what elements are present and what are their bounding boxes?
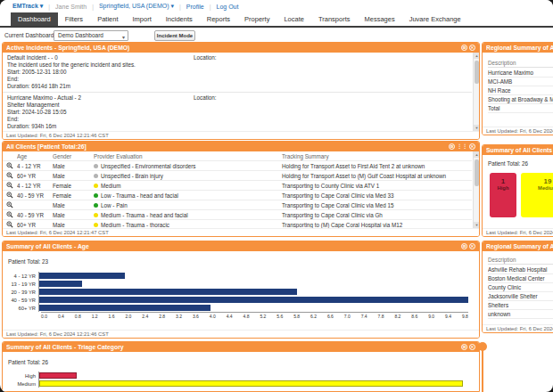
zoom-detail-icon[interactable] bbox=[3, 220, 17, 228]
tab-import[interactable]: Import bbox=[125, 12, 158, 26]
panel-regional-summary-bottom: Regional Summary of All Clients Descript… bbox=[482, 241, 553, 333]
regional-top-rows: Hurricane MaximoMCI-AMBNH RaceShooting a… bbox=[488, 69, 553, 127]
age-chart-bars: 4 - 12 YR13 - 19 YR20 - 39 YR40 - 59 YR6… bbox=[6, 272, 468, 312]
triage-card-list: 1High19Medium bbox=[490, 173, 553, 217]
panel-title: Active Incidents - Springfield, USA (DEM… bbox=[6, 43, 129, 53]
triage-bar-track bbox=[38, 380, 474, 388]
settings-icon[interactable]: ⚙ bbox=[461, 344, 467, 350]
table-row: unknown bbox=[488, 310, 553, 319]
nav-tabs: DashboardFiltersPatientImportIncidentsRe… bbox=[11, 12, 468, 26]
triage-bar bbox=[39, 372, 77, 379]
tab-patient[interactable]: Patient bbox=[90, 12, 125, 26]
tab-dashboard[interactable]: Dashboard bbox=[11, 12, 58, 26]
settings-icon[interactable]: ⚙ bbox=[461, 243, 467, 249]
client-provider-evaluation: Low - Trauma - head and facial bbox=[94, 191, 275, 200]
client-gender: Male bbox=[53, 210, 94, 219]
close-icon[interactable]: ✕ bbox=[469, 143, 475, 150]
incident-line: Duration: 6914d 18h 21m bbox=[7, 83, 190, 90]
incident-line: Shelter Management bbox=[7, 102, 190, 109]
scrollbar[interactable]: ▲ ▼ bbox=[473, 53, 479, 131]
col-tracking-summary: Tracking Summary bbox=[275, 151, 472, 160]
tab-reports[interactable]: Reports bbox=[200, 12, 237, 26]
brand-menu[interactable]: EMTrack ▾ bbox=[12, 3, 43, 10]
scroll-up-icon[interactable]: ▲ bbox=[474, 53, 480, 59]
triage-category-label: Medium bbox=[6, 381, 38, 387]
incident-line: The incident used for the generic incide… bbox=[7, 61, 190, 69]
table-row: 4 - 12 YRFemaleMediumTransporting to Cou… bbox=[3, 181, 472, 191]
age-category-label: 40 - 59 YR bbox=[6, 298, 38, 303]
last-updated: Last Updated: Fri, 6 Dec 2024 12:21:46 C… bbox=[3, 330, 479, 338]
top-bar: EMTrack ▾ | Jane Smith | Springfield, US… bbox=[0, 0, 553, 12]
tab-filters[interactable]: Filters bbox=[58, 12, 90, 26]
triage-chart-bars: HighMedium bbox=[6, 372, 474, 388]
divider: | bbox=[48, 4, 50, 10]
table-row: 60+ YRMaleUnspecified - Brain injuryHold… bbox=[3, 171, 472, 181]
incident-location-label: Location: bbox=[190, 54, 472, 90]
scrollbar-thumb[interactable] bbox=[475, 61, 479, 84]
x-tick-label: 7.8 bbox=[378, 314, 384, 319]
scroll-up-icon[interactable]: ▲ bbox=[474, 151, 480, 158]
panel-title: Regional Summary of All Clients bbox=[486, 43, 553, 53]
table-row: Shooting at Broadway & M bbox=[488, 95, 553, 104]
x-tick-label: 4.4 bbox=[227, 314, 233, 319]
triage-dot-icon bbox=[94, 223, 98, 227]
table-column-headers: Age Gender Provider Evaluation Tracking … bbox=[3, 151, 472, 161]
zoom-detail-icon[interactable] bbox=[3, 171, 17, 180]
incident-item: Default Incident - - 0The incident used … bbox=[3, 53, 472, 93]
tab-property[interactable]: Property bbox=[237, 12, 276, 26]
dashboard-controls: Current Dashboard: Demo Dashboard▾ Incid… bbox=[0, 29, 553, 42]
panel-title: All Clients [Patient Total:26] bbox=[6, 142, 87, 151]
patient-total: Patient Total: 26 bbox=[8, 359, 48, 365]
panel-age-summary: Summary of All Clients - Age ⚙ ✕ Patient… bbox=[2, 241, 480, 339]
dashboard-select[interactable]: Demo Dashboard▾ bbox=[54, 30, 128, 41]
logout-link[interactable]: Log Out bbox=[217, 4, 239, 10]
table-row: MaleLow - PainTransporting to Cape Coral… bbox=[3, 200, 472, 210]
triage-category-label: High bbox=[6, 373, 38, 379]
menu-icon[interactable]: ⋮⋮ bbox=[457, 143, 467, 150]
scroll-down-icon[interactable]: ▼ bbox=[474, 222, 480, 228]
zoom-detail-icon[interactable] bbox=[3, 181, 17, 190]
age-chart-row: 40 - 59 YR bbox=[6, 296, 468, 304]
settings-icon[interactable]: ⚙ bbox=[461, 45, 467, 51]
tab-transports[interactable]: Transports bbox=[311, 12, 358, 26]
x-tick-label: 1.6 bbox=[109, 314, 115, 319]
tab-locate[interactable]: Locate bbox=[276, 12, 311, 26]
x-tick-label: 2.4 bbox=[142, 314, 148, 319]
x-tick-label: 0.0 bbox=[41, 314, 47, 319]
table-row: Ashville Rehab Hospital bbox=[488, 265, 553, 274]
client-age: 60+ YR bbox=[17, 171, 53, 180]
age-bar bbox=[39, 289, 297, 295]
zoom-detail-icon[interactable] bbox=[3, 200, 17, 209]
col-provider-evaluation: Provider Evaluation bbox=[94, 151, 275, 160]
tab-juvare-exchange[interactable]: Juvare Exchange bbox=[402, 12, 468, 26]
age-bar bbox=[39, 273, 125, 279]
close-icon[interactable]: ✕ bbox=[469, 243, 475, 249]
triage-dot-icon bbox=[94, 193, 98, 198]
settings-icon[interactable]: ⚙ bbox=[449, 143, 455, 150]
zoom-detail-icon[interactable] bbox=[3, 161, 17, 170]
region-menu[interactable]: Springfield, USA (DEMO) ▾ bbox=[99, 3, 174, 10]
close-icon[interactable]: ✕ bbox=[469, 45, 475, 51]
age-chart-row: 13 - 19 YR bbox=[6, 280, 468, 288]
incident-line: Duration: 934h 16m bbox=[7, 123, 190, 130]
age-bar bbox=[39, 305, 210, 311]
x-tick-label: 5.2 bbox=[260, 314, 266, 319]
table-row: Hurricane Maximo bbox=[488, 69, 553, 78]
close-icon[interactable]: ✕ bbox=[469, 344, 475, 350]
x-tick-label: 6.2 bbox=[310, 314, 317, 319]
triage-bar bbox=[39, 380, 463, 387]
client-provider-evaluation: Medium - Trauma - thoracic bbox=[94, 220, 275, 228]
scrollbar[interactable]: ▲ ▼ bbox=[473, 151, 479, 228]
scroll-down-icon[interactable]: ▼ bbox=[474, 125, 480, 131]
tab-messages[interactable]: Messages bbox=[358, 12, 402, 26]
client-provider-evaluation: Medium bbox=[94, 181, 275, 190]
last-updated: Last Updated: Fri, 6 Dec 2024 12:21:46 C… bbox=[483, 228, 553, 236]
zoom-detail-icon[interactable] bbox=[3, 191, 17, 200]
scrollbar-thumb[interactable] bbox=[475, 159, 479, 186]
table-row: Boston Medical Center bbox=[488, 274, 553, 283]
tab-incidents[interactable]: Incidents bbox=[159, 12, 200, 26]
client-age: 60+ YR bbox=[17, 220, 53, 228]
zoom-detail-icon[interactable] bbox=[3, 210, 17, 219]
profile-link[interactable]: Profile bbox=[186, 4, 204, 10]
incident-mode-button[interactable]: Incident Mode bbox=[154, 30, 195, 41]
